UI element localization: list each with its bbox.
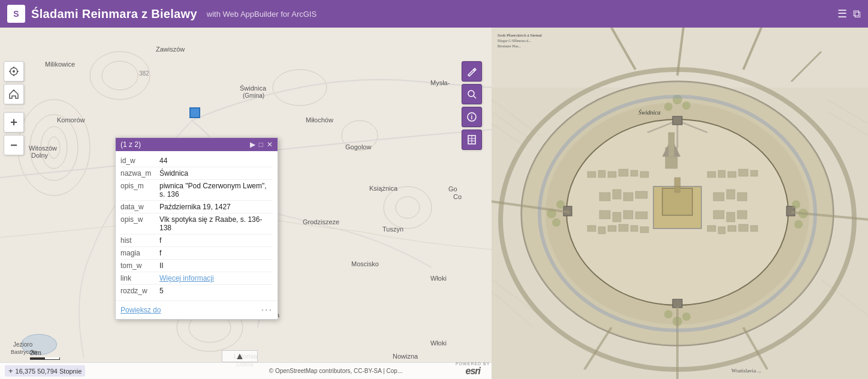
popup-row-rozdz: rozdz_w 5: [120, 285, 273, 297]
svg-point-90: [552, 218, 560, 227]
svg-rect-77: [727, 212, 735, 222]
map-container[interactable]: Milikowice Zawiszów Świdnica (Gmina) Kom…: [0, 28, 492, 379]
svg-point-99: [682, 312, 691, 321]
svg-rect-47: [631, 170, 638, 176]
map-attribution: © OpenStreetMap contributors, CC-BY-SA |…: [180, 362, 492, 379]
popup-expand-link[interactable]: Powiększ do: [120, 306, 161, 314]
zoom-in-icon: +: [10, 116, 17, 130]
svg-rect-73: [613, 212, 621, 222]
expand-map-button[interactable]: ▲: [222, 350, 258, 362]
popup-expand-button[interactable]: □: [259, 140, 263, 149]
logo-letter: S: [13, 9, 19, 19]
city-illustration-svg: Sroh Pfuerckirch á Siemul Dlugar C-Sffen…: [492, 28, 868, 379]
popup-label-opis-w: opis_w: [120, 215, 159, 232]
home-button[interactable]: [4, 84, 24, 104]
svg-point-5: [102, 61, 138, 90]
svg-rect-62: [728, 225, 736, 231]
header-controls: ☰ ⧉: [837, 7, 861, 20]
app-title: Śladami Reinmara z Bielawy: [31, 7, 197, 21]
svg-rect-50: [718, 170, 725, 178]
expand-chevron-icon: ▲: [235, 351, 245, 362]
app-logo: S: [7, 5, 25, 23]
popup-header-controls: ▶ □ ✕: [250, 140, 273, 149]
scale-button[interactable]: + 16,375 50,794 Stopnie: [5, 365, 85, 377]
svg-line-19: [474, 96, 476, 98]
attribution-text: © OpenStreetMap contributors, CC-BY-SA |…: [269, 368, 402, 374]
svg-rect-57: [619, 224, 628, 231]
draw-button[interactable]: [462, 61, 482, 82]
svg-point-93: [794, 220, 803, 228]
locate-icon: [8, 66, 19, 77]
svg-rect-67: [623, 192, 633, 201]
svg-text:Wratislavia ...: Wratislavia ...: [731, 368, 761, 374]
zoom-out-button[interactable]: −: [4, 135, 24, 155]
svg-point-0: [18, 100, 90, 195]
popup-row-opis-w: opis_w Vlk spotyka się z Raabe, s. 136-1…: [120, 213, 273, 234]
svg-rect-84: [673, 116, 682, 125]
right-toolbar: i: [462, 55, 482, 150]
svg-rect-45: [608, 172, 616, 178]
zoom-in-button[interactable]: +: [4, 112, 24, 133]
popup-value-opis-m: piwnica "Pod Czerwonym Lwem", s. 136: [159, 182, 273, 198]
bookmark-icon: [466, 134, 477, 145]
popup-next-button[interactable]: ▶: [250, 140, 255, 149]
popup-label-opis-m: opis_m: [120, 182, 159, 198]
svg-rect-49: [707, 172, 716, 178]
popup-row-magia: magia f: [120, 247, 273, 260]
svg-rect-63: [739, 224, 748, 231]
svg-text:Sroh Pfuerckirch á Siemul: Sroh Pfuerckirch á Siemul: [498, 33, 542, 38]
popup-value-magia: f: [159, 249, 273, 257]
popup-value-hist: f: [159, 236, 273, 245]
popup-value-tom: II: [159, 261, 273, 270]
svg-line-108: [827, 100, 868, 124]
scale-label: 2km: [30, 350, 41, 356]
right-panel: Sroh Pfuerckirch á Siemul Dlugar C-Sffen…: [492, 28, 868, 379]
scale-seg-2: [45, 357, 59, 359]
bookmark-button[interactable]: [462, 130, 482, 150]
layers-button[interactable]: ⧉: [853, 8, 861, 20]
info-icon: i: [466, 112, 477, 122]
popup-value-nazwa: Świdnica: [159, 169, 273, 178]
popup-row-id: id_w 44: [120, 155, 273, 167]
svg-rect-76: [713, 210, 724, 219]
svg-text:i: i: [471, 114, 473, 121]
popup-more-button[interactable]: ···: [261, 305, 273, 315]
popup-close-button[interactable]: ✕: [267, 140, 273, 149]
map-marker[interactable]: [189, 107, 200, 118]
popup-value-link[interactable]: Więcej informacji: [159, 274, 273, 282]
svg-rect-44: [598, 170, 605, 178]
svg-rect-69: [713, 192, 724, 201]
svg-text:Świdnica: Świdnica: [638, 109, 661, 116]
popup-label-nazwa: nazwa_m: [120, 169, 159, 178]
popup-label-magia: magia: [120, 249, 159, 257]
svg-text:Dlugar C-Sffenruss d...: Dlugar C-Sffenruss d...: [498, 39, 531, 43]
info-button[interactable]: i: [462, 107, 482, 127]
esri-powered-text: POWERED BY: [456, 362, 490, 366]
historical-image: Sroh Pfuerckirch á Siemul Dlugar C-Sffen…: [492, 28, 868, 379]
svg-point-2: [41, 127, 67, 169]
svg-rect-60: [707, 225, 716, 231]
svg-rect-81: [668, 133, 674, 157]
svg-rect-71: [737, 192, 747, 201]
search-map-button[interactable]: [462, 84, 482, 104]
svg-text:Breslauer Plas...: Breslauer Plas...: [498, 44, 521, 48]
popup-row-tom: tom_w II: [120, 260, 273, 272]
popup-header: (1 z 2) ▶ □ ✕: [116, 138, 278, 151]
popup-value-data: Października 19, 1427: [159, 203, 273, 211]
svg-rect-74: [623, 210, 633, 219]
svg-rect-48: [640, 172, 649, 178]
locate-button[interactable]: [4, 61, 24, 82]
svg-line-107: [492, 124, 528, 148]
app-header: S Śladami Reinmara z Bielawy with Web Ap…: [0, 0, 868, 28]
svg-rect-51: [728, 172, 736, 178]
svg-line-105: [492, 100, 540, 136]
list-view-button[interactable]: ☰: [837, 7, 847, 20]
popup-value-id: 44: [159, 157, 273, 165]
svg-line-106: [492, 112, 534, 142]
svg-rect-56: [608, 225, 616, 231]
scale-bar-line: [30, 357, 60, 360]
popup-row-link: link Więcej informacji: [120, 272, 273, 285]
svg-rect-70: [727, 190, 735, 199]
svg-point-4: [90, 52, 150, 100]
map-background: Milikowice Zawiszów Świdnica (Gmina) Kom…: [0, 28, 492, 379]
